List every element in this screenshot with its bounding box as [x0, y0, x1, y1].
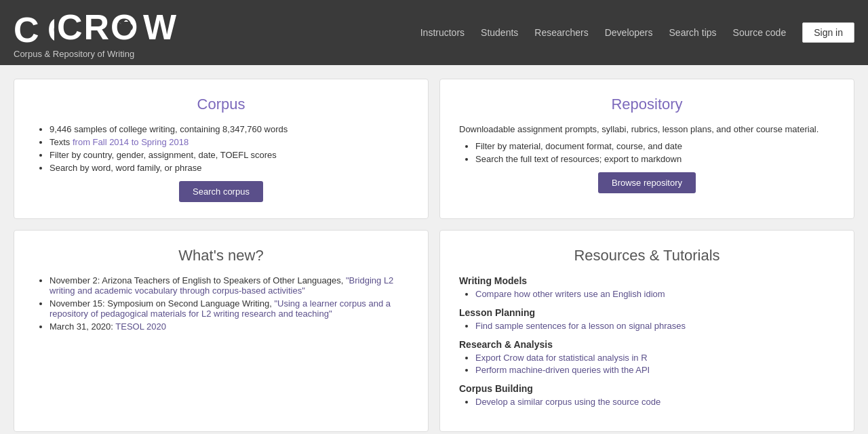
resources-list-lesson-planning: Find sample sentences for a lesson on si… [459, 321, 835, 331]
logo-text: CR [57, 7, 111, 47]
sign-in-button[interactable]: Sign in [802, 22, 854, 43]
nav-instructors[interactable]: Instructors [420, 27, 465, 38]
resources-link-source-code[interactable]: Develop a similar corpus using the sourc… [475, 397, 660, 407]
repository-item-2: Search the full text of resources; expor… [475, 154, 835, 164]
resources-link-api[interactable]: Perform machine-driven queries with the … [475, 365, 650, 375]
corpus-stat-4: Search by word, word family, or phrase [50, 163, 409, 173]
corpus-stat-2: Texts from Fall 2014 to Spring 2018 [50, 137, 409, 147]
resources-card: Resources & Tutorials Writing Models Com… [439, 230, 854, 432]
search-corpus-button[interactable]: Search corpus [179, 181, 263, 202]
news-item-3: March 31, 2020: TESOL 2020 [50, 321, 409, 332]
nav-developers[interactable]: Developers [605, 27, 653, 38]
browse-repository-button[interactable]: Browse repository [598, 172, 696, 193]
resources-list-corpus-building: Develop a similar corpus using the sourc… [459, 397, 835, 407]
crow-bird-icon [115, 15, 138, 38]
resources-heading-writing-models: Writing Models [459, 275, 835, 286]
resources-section: Writing Models Compare how other writers… [459, 275, 835, 407]
news-item-3-link[interactable]: TESOL 2020 [115, 321, 166, 332]
resources-list-writing-models: Compare how other writers use an English… [459, 289, 835, 299]
svg-text:C: C [14, 10, 39, 47]
resources-link-signal-phrases[interactable]: Find sample sentences for a lesson on si… [475, 321, 686, 331]
resources-heading-corpus-building: Corpus Building [459, 383, 835, 394]
resources-link-r[interactable]: Export Crow data for statistical analysi… [475, 353, 648, 363]
news-item-1-before: November 2: Arizona Teachers of English … [50, 275, 346, 285]
repository-title: Repository [459, 96, 835, 113]
resources-item-research-1: Export Crow data for statistical analysi… [475, 353, 835, 363]
news-list: November 2: Arizona Teachers of English … [33, 275, 409, 332]
corpus-card: Corpus 9,446 samples of college writing,… [14, 79, 429, 219]
crow-logo-icon: C OW [14, 7, 54, 47]
resources-heading-research: Research & Analysis [459, 339, 835, 350]
corpus-stat-3: Filter by country, gender, assignment, d… [50, 150, 409, 160]
news-item-2: November 15: Symposium on Second Languag… [50, 298, 409, 319]
nav-search-tips[interactable]: Search tips [669, 27, 717, 38]
resources-item-writing-models-1: Compare how other writers use an English… [475, 289, 835, 299]
resources-list-research: Export Crow data for statistical analysi… [459, 353, 835, 375]
corpus-stat-1: 9,446 samples of college writing, contai… [50, 124, 409, 134]
main-content: Corpus 9,446 samples of college writing,… [0, 65, 868, 434]
logo-subtitle: Corpus & Repository of Writing [14, 49, 178, 59]
nav-researchers[interactable]: Researchers [534, 27, 588, 38]
logo-text-w: W [143, 7, 178, 47]
corpus-title: Corpus [33, 96, 409, 113]
repository-item-1: Filter by material, document format, cou… [475, 141, 835, 151]
resources-item-research-2: Perform machine-driven queries with the … [475, 365, 835, 375]
repository-card: Repository Downloadable assignment promp… [439, 79, 854, 219]
resources-link-idiom[interactable]: Compare how other writers use an English… [475, 289, 665, 299]
repository-description: Downloadable assignment prompts, syllabi… [459, 124, 835, 134]
repository-list: Filter by material, document format, cou… [459, 141, 835, 164]
news-item-2-before: November 15: Symposium on Second Languag… [50, 298, 274, 309]
resources-item-lesson-planning-1: Find sample sentences for a lesson on si… [475, 321, 835, 331]
nav-source-code[interactable]: Source code [733, 27, 787, 38]
news-item-1: November 2: Arizona Teachers of English … [50, 275, 409, 296]
whats-new-title: What's new? [33, 247, 409, 264]
news-item-3-before: March 31, 2020: [50, 321, 115, 332]
resources-title: Resources & Tutorials [459, 247, 835, 264]
logo: C OW CR O W [14, 7, 178, 59]
resources-item-corpus-building-1: Develop a similar corpus using the sourc… [475, 397, 835, 407]
svg-text:OW: OW [47, 10, 54, 47]
nav-students[interactable]: Students [481, 27, 518, 38]
resources-heading-lesson-planning: Lesson Planning [459, 307, 835, 318]
whats-new-card: What's new? November 2: Arizona Teachers… [14, 230, 429, 432]
main-nav: Instructors Students Researchers Develop… [420, 22, 854, 43]
corpus-stats-list: 9,446 samples of college writing, contai… [33, 124, 409, 173]
site-header: C OW CR O W [0, 0, 868, 65]
